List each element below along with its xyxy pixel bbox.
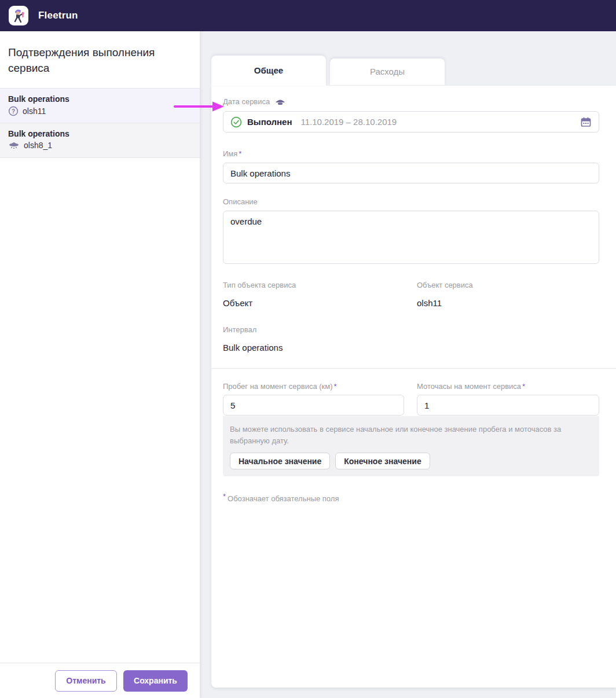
date-label: Дата сервиса [223,97,270,106]
fleetrun-logo [9,6,28,25]
calendar-button[interactable] [580,116,592,128]
sidebar-footer: Отменить Сохранить [0,663,200,698]
engine-hours-label: Моточасы на момент сервиса [417,382,521,391]
section-divider [211,368,616,369]
object-value: olsh11 [417,298,473,308]
sidebar: Подтверждения выполнения сервиса Bulk op… [0,31,200,698]
svg-text:?: ? [12,108,15,115]
status-done-icon [230,116,242,128]
required-asterisk: * [522,382,525,391]
footnote-text: Обозначает обязательные поля [228,494,339,503]
hint-text: Вы можете использовать в сервисе начальн… [230,424,589,446]
service-cap-icon [274,97,286,105]
tab-general[interactable]: Общее [211,56,326,86]
list-item-olsh8_1[interactable]: Bulk operations olsh8_1 [0,123,200,158]
description-textarea[interactable]: overdue [223,211,599,264]
list-item-title: Bulk operations [8,94,192,104]
interval-value: Bulk operations [223,343,599,352]
cancel-button[interactable]: Отменить [55,670,117,692]
tab-expenses[interactable]: Расходы [330,58,445,85]
list-item-subtitle: olsh11 [23,106,46,116]
service-confirmation-list: Bulk operations ? olsh11 Bulk operations [0,88,200,158]
required-fields-footnote: *Обозначает обязательные поля [223,492,599,503]
required-asterisk: * [223,492,226,501]
list-item-olsh11[interactable]: Bulk operations ? olsh11 [0,89,200,123]
mechanic-runner-icon [12,8,25,23]
object-type-label: Тип объекта сервиса [223,281,417,289]
save-button[interactable]: Сохранить [123,670,188,692]
required-asterisk: * [334,382,337,391]
ufo-icon [8,141,20,149]
final-value-button[interactable]: Конечное значение [335,453,430,469]
required-asterisk: * [239,149,241,158]
list-item-title: Bulk operations [8,129,192,138]
value-hint-panel: Вы можете использовать в сервисе начальн… [223,416,599,476]
question-circle-icon: ? [8,106,19,116]
mileage-input[interactable] [223,395,404,416]
initial-value-button[interactable]: Начальное значение [230,453,330,469]
app-header: Fleetrun [0,0,616,31]
name-label: Имя [223,149,237,158]
object-type-value: Объект [223,298,417,308]
status-text: Выполнен [247,117,292,127]
object-label: Объект сервиса [417,281,473,289]
page-title: Подтверждения выполнения сервиса [0,31,200,88]
general-tab-panel: Дата сервиса Выполнен 11.10.2019 – 28.10… [211,86,616,688]
calendar-icon [580,116,592,128]
engine-hours-input[interactable] [417,395,599,416]
service-date-field[interactable]: Выполнен 11.10.2019 – 28.10.2019 [223,111,599,133]
date-range-text: 11.10.2019 – 28.10.2019 [300,117,397,127]
mileage-label: Пробег на момент сервиса (км) [223,382,333,391]
app-title: Fleetrun [38,10,78,21]
interval-label: Интервал [223,325,599,334]
description-label: Описание [223,197,258,206]
list-item-subtitle: olsh8_1 [24,141,52,150]
name-input[interactable] [223,163,599,183]
